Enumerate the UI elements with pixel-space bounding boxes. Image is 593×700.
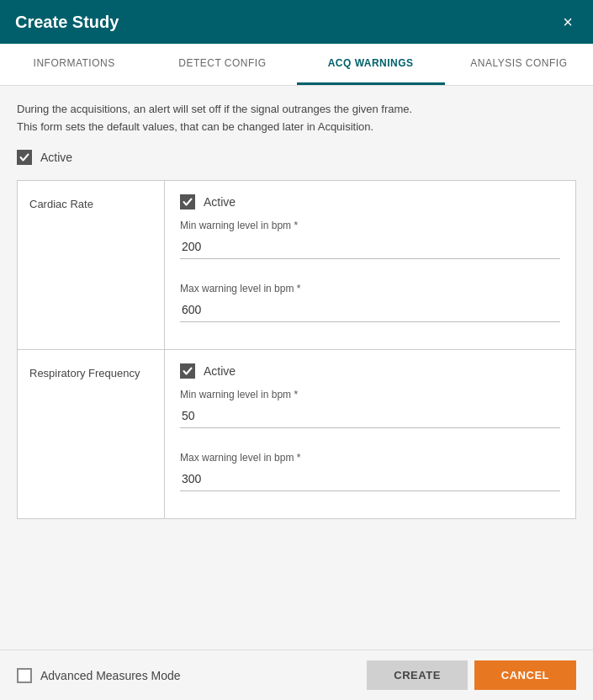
description-line2: This form sets the default values, that … [17, 119, 576, 136]
warnings-table: Cardiac Rate Active Min warning level in… [17, 180, 576, 519]
respiratory-min-label: Min warning level in bpm * [180, 389, 560, 400]
cardiac-rate-row: Cardiac Rate Active Min warning level in… [18, 180, 576, 349]
dialog-body: During the acquisitions, an alert will s… [0, 86, 593, 650]
advanced-mode-label: Advanced Measures Mode [40, 669, 181, 682]
dialog-header: Create Study × [0, 0, 593, 44]
global-active-checkbox[interactable] [17, 150, 32, 165]
respiratory-active-row: Active [180, 363, 560, 379]
dialog-title: Create Study [15, 13, 119, 32]
advanced-mode-row: Advanced Measures Mode [17, 668, 181, 683]
description: During the acquisitions, an alert will s… [17, 101, 576, 136]
cardiac-min-input[interactable] [180, 235, 560, 259]
cardiac-rate-label: Cardiac Rate [18, 180, 165, 349]
cardiac-active-row: Active [180, 194, 560, 209]
tab-bar: INFORMATIONS DETECT CONFIG ACQ WARNINGS … [0, 44, 593, 86]
respiratory-frequency-row: Respiratory Frequency Active Min warning… [18, 349, 576, 518]
cardiac-max-label: Max warning level in bpm * [180, 283, 560, 294]
respiratory-max-label: Max warning level in bpm * [180, 452, 560, 464]
respiratory-active-label: Active [204, 364, 236, 378]
footer-buttons: CREATE CANCEL [367, 660, 576, 690]
description-line1: During the acquisitions, an alert will s… [17, 101, 576, 119]
respiratory-active-checkbox[interactable] [180, 363, 195, 379]
cardiac-min-label: Min warning level in bpm * [180, 220, 560, 231]
cancel-button[interactable]: CANCEL [474, 660, 576, 690]
create-button[interactable]: CREATE [367, 660, 467, 690]
global-active-row: Active [17, 150, 576, 165]
tab-detect-config[interactable]: DETECT CONFIG [148, 44, 296, 85]
tab-analysis-config[interactable]: ANALYSIS CONFIG [445, 44, 593, 85]
cardiac-active-label: Active [204, 195, 236, 209]
global-active-label: Active [40, 151, 72, 164]
advanced-mode-checkbox[interactable] [17, 668, 32, 683]
respiratory-max-input[interactable] [180, 467, 560, 491]
cardiac-rate-content: Active Min warning level in bpm * Max wa… [165, 180, 576, 349]
dialog-footer: Advanced Measures Mode CREATE CANCEL [0, 650, 593, 700]
cardiac-max-input[interactable] [180, 298, 560, 322]
respiratory-label: Respiratory Frequency [18, 349, 165, 518]
cardiac-active-checkbox[interactable] [180, 194, 195, 209]
create-study-dialog: Create Study × INFORMATIONS DETECT CONFI… [0, 0, 593, 700]
tab-informations[interactable]: INFORMATIONS [0, 44, 148, 85]
respiratory-content: Active Min warning level in bpm * Max wa… [165, 349, 576, 518]
close-button[interactable]: × [558, 12, 578, 32]
tab-acq-warnings[interactable]: ACQ WARNINGS [297, 44, 445, 85]
respiratory-min-input[interactable] [180, 404, 560, 428]
